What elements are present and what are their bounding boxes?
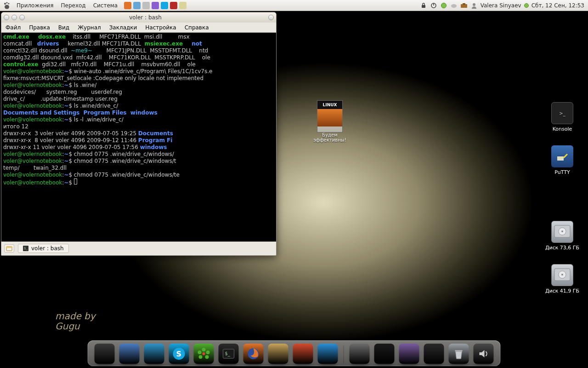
svg-point-10	[473, 3, 475, 6]
menu-system[interactable]: Система	[90, 2, 122, 9]
menu-applications[interactable]: Приложения	[13, 2, 57, 9]
term-menu-4[interactable]: Закладки	[105, 24, 141, 31]
dock-amarok-icon[interactable]	[144, 344, 164, 364]
terminal-output[interactable]: cmd.exe dosx.exe itss.dll MFC71FRA.DLL m…	[1, 33, 276, 242]
terminal-icon: $_	[23, 246, 28, 251]
konsole-tabbar: $_ voler : bash	[1, 242, 276, 254]
window-max-button[interactable]	[19, 15, 25, 20]
icon-label: Konsole	[544, 126, 581, 132]
menu-places[interactable]: Переход	[57, 2, 90, 9]
wallpaper-signature: made by Gugu	[55, 311, 96, 331]
dock-gimp-icon[interactable]	[268, 344, 288, 364]
konsole-window: voler : bash ФайлПравкаВидЖурналЗакладки…	[1, 12, 277, 256]
dock-photo1-icon[interactable]	[350, 344, 370, 364]
desktop-icon-disk1[interactable]: Диск 73,6 ГБ	[544, 221, 581, 251]
dock-photo3-icon[interactable]	[399, 344, 419, 364]
window-min-button[interactable]	[11, 15, 17, 20]
demo-icon[interactable]	[142, 2, 150, 9]
disk2-icon	[551, 264, 573, 286]
window-menu-button[interactable]	[4, 15, 9, 20]
username-label[interactable]: Valera Sinyaev	[481, 2, 521, 9]
svg-point-15	[561, 230, 563, 232]
svg-point-27	[205, 355, 209, 359]
term-menu-6[interactable]: Справка	[181, 24, 213, 31]
disk1-icon	[551, 221, 573, 243]
svg-point-30	[203, 352, 205, 355]
svg-point-3	[5, 5, 9, 9]
status-green-icon[interactable]	[440, 2, 447, 9]
dock-icq-icon[interactable]	[194, 344, 214, 364]
pidgin-icon[interactable]	[152, 2, 159, 9]
mozilla-icon[interactable]	[124, 2, 131, 9]
thumbnail-banner: LINUX	[317, 101, 342, 109]
konsole-titlebar[interactable]: voler : bash	[1, 12, 276, 23]
svg-point-2	[8, 3, 10, 4]
window-title: voler : bash	[25, 14, 266, 21]
svg-point-26	[206, 351, 210, 354]
file-caption: Будем эффективны!	[313, 132, 346, 143]
svg-rect-12	[557, 155, 564, 156]
clock-label[interactable]: Сбт, 12 Сен, 12:53	[531, 2, 584, 9]
svg-point-28	[199, 355, 203, 359]
svg-point-25	[202, 348, 206, 351]
bottom-dock: S$_	[88, 340, 501, 366]
weather-icon[interactable]	[133, 2, 141, 9]
dock-separator	[344, 345, 344, 364]
user-avatar-icon[interactable]	[470, 2, 478, 9]
term-menu-1[interactable]: Правка	[25, 24, 54, 31]
note-icon[interactable]	[179, 2, 187, 9]
konsole-menubar: ФайлПравкаВидЖурналЗакладкиНастройкаСпра…	[1, 23, 276, 33]
svg-rect-9	[463, 3, 465, 5]
dock-firefox-icon[interactable]	[243, 344, 264, 364]
svg-rect-8	[461, 4, 467, 8]
weather-icon[interactable]	[450, 2, 458, 9]
svg-point-7	[451, 4, 457, 8]
desktop-icon-konsole[interactable]: >_Konsole	[544, 102, 581, 132]
dock-files-icon[interactable]	[119, 344, 140, 364]
svg-text:S: S	[176, 350, 182, 358]
gnome-foot-icon[interactable]	[3, 1, 11, 10]
power-icon[interactable]	[430, 2, 437, 9]
term-menu-0[interactable]: Файл	[1, 24, 25, 31]
icon-label: Диск 73,6 ГБ	[544, 245, 581, 251]
dock-gnome-foot-icon[interactable]	[95, 344, 115, 364]
dock-photo2-icon[interactable]	[374, 344, 395, 364]
dock-volume-icon[interactable]	[474, 344, 494, 364]
terminal-tab[interactable]: $_ voler : bash	[18, 244, 69, 253]
dock-xchat-icon[interactable]	[293, 344, 313, 364]
desktop-icon-disk2[interactable]: Диск 41,9 ГБ	[544, 264, 581, 294]
window-close-button[interactable]	[268, 15, 274, 20]
icon-label: Диск 41,9 ГБ	[544, 288, 581, 294]
tab-label: voler : bash	[31, 245, 64, 252]
svg-text:$_: $_	[225, 351, 231, 356]
term-menu-5[interactable]: Настройка	[141, 24, 180, 31]
term-menu-3[interactable]: Журнал	[74, 24, 105, 31]
lock-icon[interactable]	[420, 2, 427, 9]
dock-photo4-icon[interactable]	[424, 344, 444, 364]
svg-rect-34	[455, 350, 463, 351]
desktop-icon-putty[interactable]: PuTTY	[544, 145, 581, 175]
svg-text:$_: $_	[24, 247, 28, 250]
gnome-top-panel: Приложения Переход Система Valera Sinyae…	[0, 0, 588, 11]
svg-rect-4	[422, 5, 425, 8]
svg-rect-20	[6, 247, 12, 248]
desktop-file-linuxmag[interactable]: LINUX Будем эффективны!	[313, 100, 346, 143]
svg-point-1	[6, 2, 7, 3]
putty-icon	[551, 145, 573, 167]
svg-point-0	[4, 3, 6, 5]
svg-point-18	[561, 274, 563, 276]
dock-terminal-icon[interactable]: $_	[219, 344, 239, 364]
dock-torrent-icon[interactable]	[318, 344, 338, 364]
presence-indicator-icon[interactable]	[524, 3, 529, 8]
filezilla-icon[interactable]	[170, 2, 177, 9]
new-tab-button[interactable]	[4, 244, 14, 253]
svg-point-29	[198, 351, 202, 354]
briefcase-icon[interactable]	[460, 2, 468, 9]
file-thumbnail: LINUX	[317, 100, 343, 132]
skype-icon[interactable]	[161, 2, 168, 9]
icon-label: PuTTY	[544, 169, 581, 175]
konsole-icon: >_	[551, 102, 573, 124]
dock-skype-icon[interactable]: S	[169, 344, 189, 364]
dock-trash-icon[interactable]	[449, 344, 469, 364]
term-menu-2[interactable]: Вид	[54, 24, 74, 31]
